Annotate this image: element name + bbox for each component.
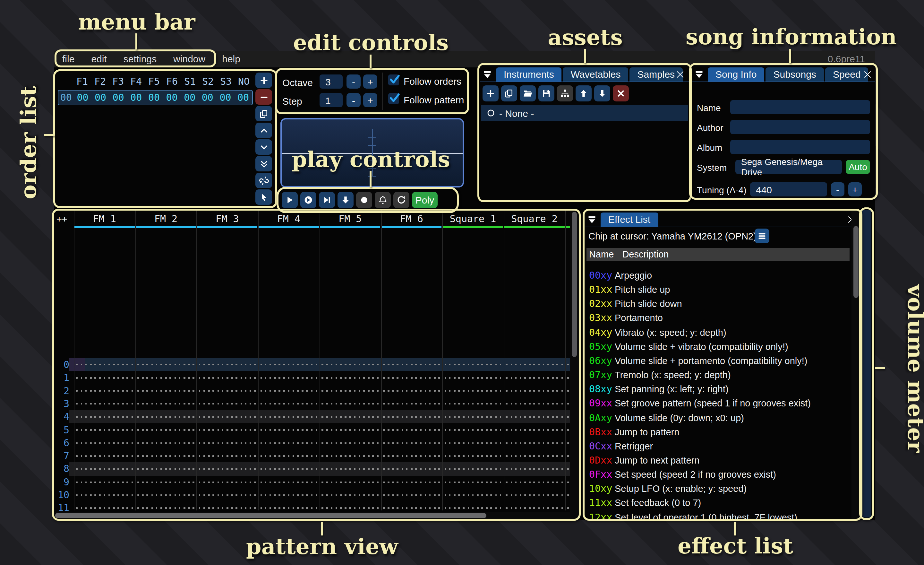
pattern-cell[interactable] [74,463,135,476]
pattern-cell[interactable] [320,384,381,397]
pattern-cell[interactable] [442,475,503,488]
pattern-cell[interactable] [320,449,381,463]
pattern-cell[interactable] [135,410,196,424]
remove-order-button[interactable] [255,89,272,105]
order-cell[interactable]: 00 [199,92,217,104]
move-instrument-up-button[interactable] [576,86,592,101]
collapse-icon[interactable] [587,215,597,225]
pattern-cell[interactable] [381,437,442,450]
tab-instruments[interactable]: Instruments [496,68,562,81]
step-value[interactable]: 1 [320,93,343,107]
pattern-cell[interactable] [504,397,565,410]
pattern-cell[interactable] [74,371,135,385]
pattern-cell[interactable] [320,488,381,502]
channel-header-fm-2[interactable]: FM 2 [135,213,196,225]
pattern-cell[interactable] [258,449,319,463]
pattern-cell[interactable] [504,358,565,371]
play-from-beginning-button[interactable] [300,192,316,208]
order-cell[interactable]: 00 [92,92,110,104]
pattern-corner-label[interactable]: ++ [57,214,68,224]
channel-header-fm-5[interactable]: FM 5 [320,213,381,225]
auto-system-button[interactable]: Auto [846,160,870,174]
channel-header-fm-4[interactable]: FM 4 [258,213,319,225]
channel-header-square-1[interactable]: Square 1 [442,213,503,225]
octave-minus-button[interactable]: - [346,75,361,89]
effect-row-10xy[interactable]: 10xySetup LFO (x: enable; y: speed) [585,482,849,496]
order-cell[interactable]: 00 [128,92,146,104]
order-cell[interactable]: 00 [181,92,199,104]
order-cell[interactable]: 00 [234,92,252,104]
pattern-cell[interactable] [320,410,381,424]
pattern-hscrollbar[interactable] [54,512,579,519]
pattern-cell[interactable] [258,488,319,502]
menu-item-settings[interactable]: settings [115,51,165,68]
tuning-minus-button[interactable]: - [831,182,844,197]
step-minus-button[interactable]: - [346,93,361,107]
effect-row-06xy[interactable]: 06xyVolume slide + portamento (compatibi… [585,354,849,368]
effect-row-0Axy[interactable]: 0AxyVolume slide (0y: down; x0: up) [585,410,849,425]
channel-header-fm-6[interactable]: FM 6 [381,213,442,225]
follow-pattern-checkbox[interactable] [388,93,399,104]
effect-row-0Cxx[interactable]: 0CxxRetrigger [585,439,849,453]
pattern-cell[interactable] [74,437,135,450]
pattern-cell[interactable] [258,424,319,437]
effect-row-02xx[interactable]: 02xxPitch slide down [585,297,849,311]
poly-button[interactable]: Poly [412,192,438,208]
effect-row-0Fxx[interactable]: 0FxxSet speed (speed 2 if no grooves exi… [585,467,849,482]
pattern-cell[interactable] [74,475,135,488]
pattern-cell[interactable] [442,358,503,371]
effect-row-11xx[interactable]: 11xxSet feedback (0 to 7) [585,496,849,510]
pattern-cell[interactable] [135,397,196,410]
pattern-cell[interactable] [135,424,196,437]
pattern-cell[interactable] [442,449,503,463]
pattern-cell[interactable] [135,449,196,463]
effect-row-08xy[interactable]: 08xySet panning (x: left; y: right) [585,382,849,396]
move-instrument-down-button[interactable] [594,86,610,101]
pattern-cell[interactable] [442,437,503,450]
effect-row-09xx[interactable]: 09xxSet groove pattern (speed 1 if no gr… [585,397,849,410]
pattern-cell[interactable] [196,358,258,371]
close-icon[interactable] [862,69,873,80]
pattern-cell[interactable] [381,358,442,371]
effect-list-menu-button[interactable] [754,228,770,243]
pattern-cell[interactable] [381,371,442,385]
pattern-cell[interactable] [196,437,258,450]
tab-speed[interactable]: Speed [825,68,868,81]
pattern-cell[interactable] [258,371,319,385]
tab-subsongs[interactable]: Subsongs [765,68,824,81]
order-edit-mode-button[interactable] [255,189,272,205]
pattern-cell[interactable] [320,397,381,410]
effect-row-03xx[interactable]: 03xxPortamento [585,311,849,325]
effect-row-01xx[interactable]: 01xxPitch slide up [585,282,849,297]
pattern-cell[interactable] [381,384,442,397]
pattern-cell[interactable] [258,463,319,476]
pattern-cell[interactable] [258,358,319,371]
close-icon[interactable] [675,69,685,80]
tuning-value[interactable]: 440 [750,182,827,197]
tab-song-info[interactable]: Song Info [708,68,764,81]
octave-value[interactable]: 3 [320,75,343,89]
pattern-cell[interactable] [504,437,565,450]
pattern-cell[interactable] [504,384,565,397]
add-instrument-button[interactable] [483,86,499,101]
pattern-cell[interactable] [74,488,135,502]
effect-row-04xy[interactable]: 04xyVibrato (x: speed; y: depth) [585,325,849,339]
duplicate-instrument-button[interactable] [501,86,517,101]
play-button[interactable] [282,192,298,208]
effect-row-00xy[interactable]: 00xyArpeggio [585,268,849,282]
pattern-cell[interactable] [442,384,503,397]
pattern-cell[interactable] [381,488,442,502]
pattern-cell[interactable] [504,463,565,476]
order-cell[interactable]: 00 [217,92,234,104]
channel-header-square-2[interactable]: Square 2 [504,213,565,225]
repeat-pattern-button[interactable] [393,192,410,208]
pattern-cell[interactable] [320,475,381,488]
order-row[interactable]: 0000000000000000000000 [58,90,253,105]
pattern-cell[interactable] [504,410,565,424]
pattern-cell[interactable] [135,475,196,488]
play-from-cursor-button[interactable] [319,192,335,208]
instrument-list-item[interactable]: - None - [481,105,688,121]
pattern-cell[interactable] [135,463,196,476]
pattern-cell[interactable] [258,397,319,410]
pattern-cell[interactable] [442,463,503,476]
